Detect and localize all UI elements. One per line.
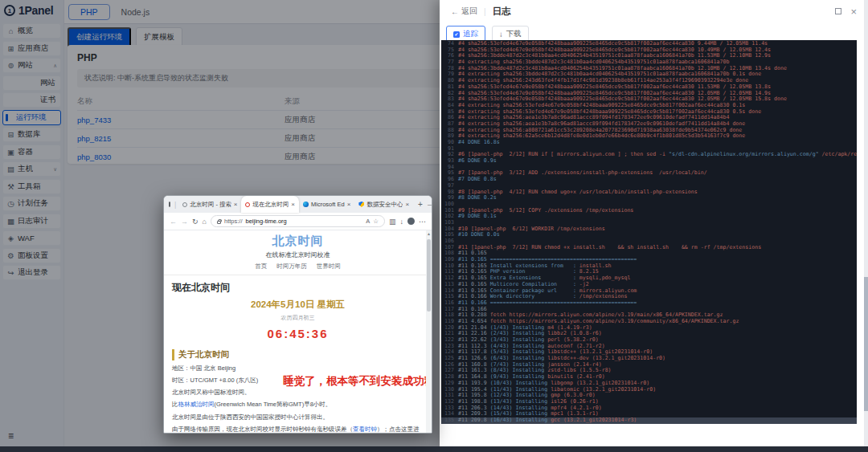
terminal-scrollbar[interactable] — [864, 0, 868, 446]
log-drawer: ← 返回 | 日志 × ✔ 追踪 ↓ 下载 74#4 sha256:53efed… — [440, 0, 868, 446]
page-nav: 首页时间万年历世界时间 — [164, 263, 432, 275]
new-tab-icon[interactable]: + — [418, 200, 423, 209]
browser-toolbar: ← → ↻ ⌂ https://beijing-time.org A ☆ ▥ ↓… — [164, 213, 432, 230]
about-paragraph: 由于网络传输原因，现在北京时间校对显示时钟秒钟有毫秒级误差（查看时钟）；点击这里… — [172, 426, 424, 434]
log-segment: #4 extracting sha256:62a5ce6b12d4d8fe8e0… — [458, 133, 745, 140]
about-line3: 北京时间是由位于陕西西安的中国国家授时中心计算得出。 — [172, 413, 424, 421]
window-controls: — □ × — [428, 201, 432, 208]
browser-tabstrip: | 北京时间 - 搜索×现在北京时间×Microsoft Ed×数据安全中心× … — [164, 196, 432, 213]
download-icon: ↓ — [499, 30, 503, 39]
log-terminal[interactable]: 74#4 sha256:53efed4e67e9e058bf4248baaa90… — [441, 40, 857, 424]
download-label: 下载 — [506, 29, 522, 39]
log-segment: #10 DONE 0.0s — [458, 232, 500, 238]
read-aloud-icon[interactable]: A — [366, 218, 370, 225]
nav-link[interactable]: 世界时间 — [317, 263, 341, 271]
nav-link[interactable]: 首页 — [255, 263, 267, 271]
favorite-star-icon[interactable]: ☆ — [373, 218, 379, 225]
current-time: 06:45:36 — [164, 327, 432, 340]
edge-favicon-icon — [303, 202, 309, 207]
home-icon[interactable]: ⌂ — [203, 218, 207, 226]
lock-icon[interactable] — [217, 221, 221, 224]
inline-link[interactable]: 格林威治时间 — [178, 401, 215, 408]
log-line: 105#10 DONE 0.0s — [441, 232, 857, 238]
red-annotation: 睡觉了，根本等不到安装成功秒 — [283, 374, 432, 389]
tab-close-icon[interactable]: × — [347, 201, 351, 208]
browser-tab-title: 现在北京时间 — [252, 201, 289, 209]
fullscreen-icon[interactable] — [835, 8, 841, 14]
lunar-date: 农历四月初三 — [164, 314, 432, 322]
refresh-icon[interactable]: ↻ — [192, 218, 199, 226]
text-run: (Greenwich Mean Time简称GMT)早8小时。 — [215, 401, 332, 408]
log-line: 96#7 DONE 0.8s — [441, 177, 857, 183]
region-line: 地区：中国 北京 Beijing — [172, 364, 424, 373]
collections-icon[interactable]: ▥ — [389, 218, 396, 226]
close-icon[interactable]: × — [850, 6, 857, 17]
browser-tab[interactable]: Microsoft Ed× — [299, 196, 354, 213]
tabstrip-divider: | — [174, 201, 176, 209]
nav-link[interactable]: 时间万年历 — [276, 263, 307, 271]
log-line: 92#6 [1panel-php 2/12] RUN if [ mirrors.… — [441, 152, 857, 158]
log-segment: #11 209.8 — [458, 417, 490, 424]
log-line: 93#6 DONE 0.9s — [441, 158, 857, 165]
current-date: 2024年5月10日 星期五 — [164, 299, 432, 311]
log-line: 90#4 DONE 16.8s — [441, 140, 857, 146]
page-header: 北京时间 在线标准北京时间校准 首页时间万年历世界时间 — [164, 230, 432, 275]
page-title: 北京时间 — [164, 234, 432, 249]
scroll-up-icon[interactable]: ▲ — [426, 231, 432, 236]
log-line: 95#7 [1panel-php 3/12] ADD ./extensions/… — [441, 170, 857, 177]
text-run: 比 — [172, 401, 178, 408]
tab-close-icon[interactable]: × — [405, 201, 409, 208]
log-segment: #6 DONE 0.9s — [458, 158, 497, 165]
log-line: 102#9 DONE 0.1s — [441, 214, 857, 220]
log-segment: /etc/apk/repositories ; fi — [819, 152, 857, 158]
page-scrollbar[interactable]: ▲ — [426, 230, 432, 434]
page-scrollbar-thumb[interactable] — [427, 239, 431, 312]
log-segment: #7 DONE 0.8s — [458, 177, 497, 183]
drawer-title: 日志 — [493, 6, 511, 18]
inline-link[interactable]: 查看时钟 — [353, 426, 377, 433]
tab-close-icon[interactable]: × — [291, 201, 295, 208]
log-line: 99#8 DONE 0.2s — [441, 195, 857, 202]
browser-window: | 北京时间 - 搜索×现在北京时间×Microsoft Ed×数据安全中心× … — [163, 195, 432, 434]
downloads-icon[interactable]: ↓ — [400, 218, 404, 226]
about-section: 关于北京时间 地区：中国 北京 Beijing 时区：UTC/GMT +8.00… — [172, 349, 424, 434]
log-line: 135#11 209.8 (16/43) Installing gcc (13.… — [441, 417, 857, 424]
browser-tab[interactable]: 数据安全中心× — [354, 196, 413, 213]
nav-forward-icon[interactable]: → — [181, 218, 188, 226]
header-divider: | — [484, 7, 486, 16]
line-number: 135 — [441, 417, 454, 424]
browser-tab-title: Microsoft Ed — [311, 201, 345, 208]
log-line: 104#10 [1panel-php 6/12] WORKDIR /tmp/ex… — [441, 226, 857, 233]
beijing-time-page: 北京时间 在线标准北京时间校准 首页时间万年历世界时间 现在北京时间 2024年… — [164, 230, 432, 434]
url-domain: beijing-time.org — [246, 218, 287, 225]
tab-actions-icon[interactable] — [169, 202, 170, 207]
browser-tab-title: 数据安全中心 — [366, 201, 403, 209]
text-run: 由于网络传输原因，现在北京时间校对显示时钟秒钟有毫秒级误差（ — [172, 426, 353, 433]
more-menu-icon[interactable]: ⋯ — [419, 218, 426, 226]
search-favicon-icon — [182, 202, 187, 207]
address-bar[interactable]: https://beijing-time.org A ☆ — [211, 215, 385, 227]
log-line: 101#9 [1panel-php 5/12] COPY ./extension… — [441, 208, 857, 214]
terminal-scrollbar-thumb[interactable] — [864, 277, 868, 411]
back-button[interactable]: ← 返回 — [451, 6, 477, 17]
browser-tab[interactable]: 北京时间 - 搜索× — [178, 196, 241, 213]
log-segment: (16/43) Installing — [490, 417, 551, 424]
back-arrow-icon: ← — [451, 7, 459, 16]
url-scheme: https:// — [224, 218, 243, 225]
log-segment: #4 DONE 16.8s — [458, 140, 500, 146]
checkbox-checked-icon[interactable]: ✔ — [453, 31, 460, 38]
about-heading: 关于北京时间 — [172, 349, 424, 360]
clock-favicon-icon — [245, 202, 250, 207]
screen: 1 1Panel ⌂概览⊞应用商店⊚网站∧网站证书运行环境⊟数据库▣容器▤主机∨… — [0, 0, 868, 452]
minimize-icon[interactable]: — — [428, 201, 432, 208]
now-heading: 现在北京时间 — [172, 281, 432, 295]
nav-back-icon[interactable]: ← — [170, 218, 177, 226]
tab-close-icon[interactable]: × — [234, 201, 238, 208]
log-segment: #11 [1panel-php 7/12] RUN chmod +x insta… — [458, 245, 761, 251]
browser-tab[interactable]: 现在北京时间× — [241, 196, 299, 213]
about-line1: 北京时间又称中国标准时间。 — [172, 389, 424, 397]
log-segment: "s/dl-cdn.alpinelinux.org/mirrors.aliyun… — [669, 152, 819, 158]
profile-avatar[interactable] — [407, 218, 415, 225]
trace-label: 追踪 — [463, 29, 478, 39]
log-segment: #9 DONE 0.1s — [458, 214, 497, 220]
